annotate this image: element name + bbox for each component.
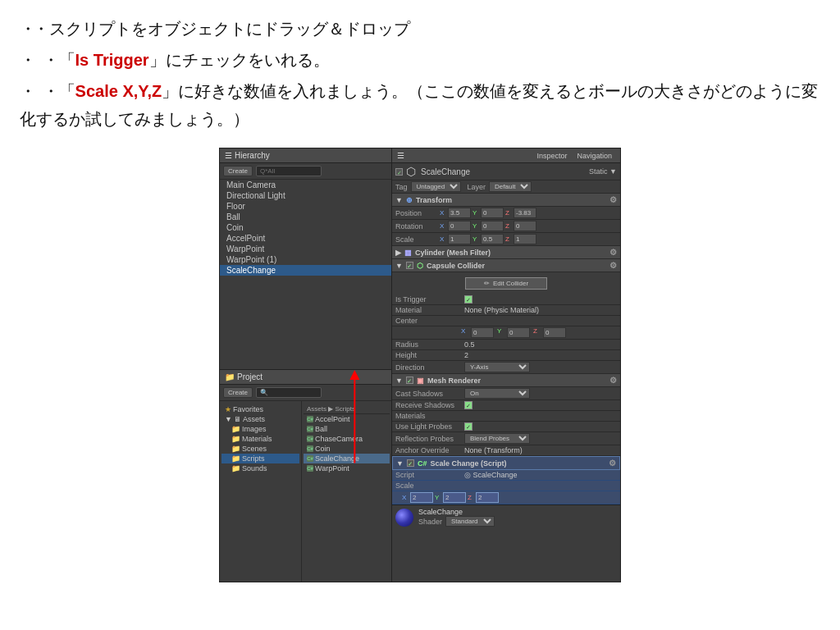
project-scripts-list: Assets ▶ Scripts C# AccelPoint C# Ball C… <box>302 401 391 582</box>
hierarchy-warp-point[interactable]: WarpPoint <box>220 244 391 254</box>
script-scale-x-input[interactable] <box>410 492 433 503</box>
tab-inspector[interactable]: Inspector <box>533 152 570 160</box>
receive-shadows-checkbox[interactable]: ✓ <box>464 401 472 409</box>
capsule-gear-icon[interactable]: ⚙ <box>609 261 617 270</box>
hierarchy-scale-change[interactable]: ScaleChange <box>220 265 391 276</box>
script-icon-coin: C# <box>307 445 313 452</box>
sphere-info: ScaleChange Shader Standard <box>418 508 495 527</box>
mesh-filter-title: Cylinder (Mesh Filter) <box>415 249 491 257</box>
transform-gear-icon[interactable]: ⚙ <box>609 195 617 204</box>
hierarchy-search[interactable] <box>256 166 322 176</box>
receive-shadows-row: Receive Shadows ✓ <box>392 400 620 411</box>
use-light-probes-checkbox[interactable]: ✓ <box>464 422 472 431</box>
script-warp-point[interactable]: C# WarpPoint <box>304 463 390 473</box>
sphere-material-row: ScaleChange Shader Standard <box>392 504 620 529</box>
is-trigger-label: Is Trigger <box>395 295 461 304</box>
hierarchy-create-btn[interactable]: Create <box>223 166 253 176</box>
script-coin[interactable]: C# Coin <box>304 444 390 454</box>
cast-shadows-select[interactable]: On <box>464 388 530 399</box>
project-sounds[interactable]: 📁 Sounds <box>221 463 299 473</box>
script-ball[interactable]: C# Ball <box>304 424 390 434</box>
direction-select[interactable]: Y-Axis <box>464 362 530 372</box>
center-z-input[interactable] <box>543 327 566 338</box>
hierarchy-directional-light[interactable]: Directional Light <box>220 190 391 201</box>
script-scale-xyz: X Y Z <box>402 492 499 503</box>
is-trigger-row: Is Trigger ✓ <box>392 294 620 305</box>
tag-select[interactable]: Untagged <box>411 181 461 192</box>
left-panel: ☰ Hierarchy Create Main Camera Direction… <box>220 148 392 582</box>
mesh-filter-gear-icon[interactable]: ⚙ <box>609 248 617 257</box>
center-y-input[interactable] <box>507 327 530 338</box>
x-label: X <box>440 209 446 217</box>
hierarchy-warp-point-1[interactable]: WarpPoint (1) <box>220 254 391 265</box>
script-scale-change[interactable]: C# ScaleChange <box>304 454 390 463</box>
tab-navigation[interactable]: Navigation <box>573 152 615 160</box>
tag-label: Tag <box>395 183 408 191</box>
hierarchy-accel-point[interactable]: AccelPoint <box>220 233 391 244</box>
layer-select[interactable]: Default <box>489 181 532 192</box>
script-gear-icon[interactable]: ⚙ <box>609 459 616 468</box>
scale-z-input[interactable] <box>514 234 536 244</box>
transform-header: ▼ ⊕ Transform ⚙ <box>392 194 620 207</box>
mesh-filter-icon: ▦ <box>404 249 412 257</box>
hierarchy-ball[interactable]: Ball <box>220 212 391 222</box>
z-label: Z <box>505 209 512 217</box>
hierarchy-main-camera[interactable]: Main Camera <box>220 180 391 190</box>
mesh-renderer-expand-icon: ▼ <box>395 377 403 385</box>
inspector-header: ☰ Inspector Navigation <box>392 148 620 163</box>
project-content: ★ Favorites ▼ 🖥 Assets 📁 Images <box>220 401 391 582</box>
rotation-x-input[interactable] <box>448 221 471 231</box>
use-light-probes-row: Use Light Probes ✓ <box>392 422 620 432</box>
direction-label: Direction <box>395 363 461 372</box>
mesh-renderer-checkbox[interactable]: ✓ <box>406 377 413 384</box>
scale-y-input[interactable] <box>481 234 504 244</box>
script-icon-accel: C# <box>307 416 313 422</box>
layer-label: Layer <box>468 183 486 191</box>
scale-change-script-header: ▼ ✓ C# Scale Change (Script) ⚙ <box>392 456 620 470</box>
shader-select[interactable]: Standard <box>445 516 495 527</box>
rotation-z-input[interactable] <box>514 221 536 231</box>
cast-shadows-row: Cast Shadows On <box>392 387 620 400</box>
project-scenes[interactable]: 📁 Scenes <box>221 444 299 454</box>
rotation-xyz: X Y Z <box>440 221 536 231</box>
script-checkbox[interactable]: ✓ <box>407 459 414 467</box>
hierarchy-floor[interactable]: Floor <box>220 201 391 212</box>
scenes-folder-icon: 📁 <box>231 445 240 453</box>
inspector-panel: ☰ Inspector Navigation ✓ ⬡ ScaleChange S… <box>392 148 620 582</box>
position-label: Position <box>395 209 436 217</box>
script-accel-point[interactable]: C# AccelPoint <box>304 414 390 424</box>
mesh-renderer-gear-icon[interactable]: ⚙ <box>609 376 617 385</box>
is-trigger-checkbox[interactable]: ✓ <box>464 295 472 304</box>
capsule-checkbox[interactable]: ✓ <box>406 262 413 269</box>
project-favorites[interactable]: ★ Favorites <box>221 404 299 414</box>
project-search[interactable] <box>256 387 322 398</box>
rotation-y-input[interactable] <box>481 221 504 231</box>
position-y-input[interactable] <box>481 208 504 218</box>
assets-triangle-icon: ▼ <box>225 415 232 423</box>
scale-x-input[interactable] <box>448 234 471 244</box>
hierarchy-coin[interactable]: Coin <box>220 222 391 233</box>
reflection-probes-select[interactable]: Blend Probes <box>464 433 530 444</box>
project-assets[interactable]: ▼ 🖥 Assets <box>221 414 299 424</box>
transform-expand-icon: ▼ <box>395 196 403 204</box>
center-xyz: X Y Z <box>392 326 620 340</box>
inspector-content: ✓ ⬡ ScaleChange Static ▼ Tag Untagged La… <box>392 163 620 582</box>
script-scale-z-input[interactable] <box>476 492 499 503</box>
project-create-btn[interactable]: Create <box>223 387 253 398</box>
script-chase-camera[interactable]: C# ChaseCamera <box>304 434 390 444</box>
position-z-input[interactable] <box>514 208 536 218</box>
unity-editor-screenshot: ☰ Hierarchy Create Main Camera Direction… <box>0 148 840 582</box>
project-scripts[interactable]: 📁 Scripts <box>221 454 299 463</box>
position-x-input[interactable] <box>448 208 471 218</box>
radius-value: 0.5 <box>464 340 617 349</box>
edit-collider-btn[interactable]: ✏ Edit Collider <box>465 277 547 290</box>
project-images[interactable]: 📁 Images <box>221 424 299 434</box>
script-scale-y-input[interactable] <box>443 492 466 503</box>
anchor-override-label: Anchor Override <box>395 446 461 454</box>
hierarchy-toolbar: Create <box>220 163 391 180</box>
center-x-input[interactable] <box>471 327 494 338</box>
component-checkbox[interactable]: ✓ <box>395 168 403 176</box>
scripts-path: Assets ▶ Scripts <box>304 404 390 414</box>
project-materials[interactable]: 📁 Materials <box>221 434 299 444</box>
hierarchy-icon: ☰ <box>225 151 232 160</box>
